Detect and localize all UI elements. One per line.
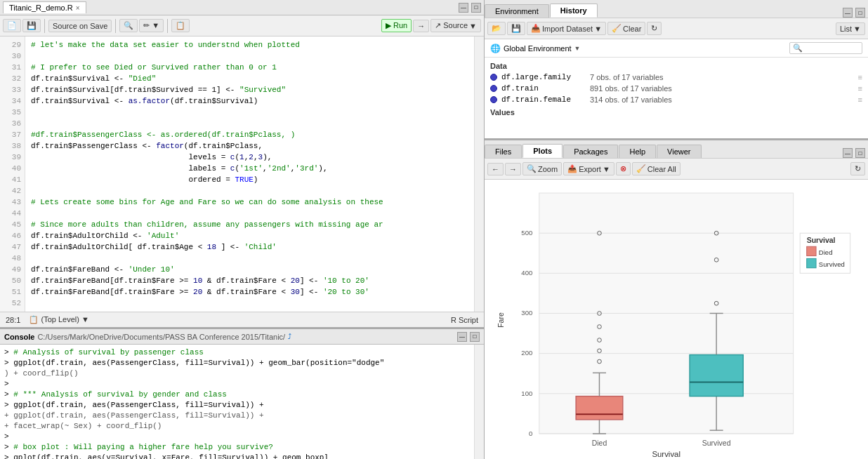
export-icon: 📤 [567, 164, 577, 173]
run-btn[interactable]: ▶ Run [381, 19, 412, 32]
env-tab-bar: Environment History — □ [485, 0, 868, 18]
source-dropdown[interactable]: ▼ [469, 22, 477, 30]
compile-btn[interactable]: 📋 [171, 19, 190, 32]
env-toolbar: 📂 💾 📥 Import Dataset ▼ 🧹 Clear ↻ List ▼ [485, 18, 868, 39]
next-btn[interactable]: → [413, 20, 429, 32]
env-minimize-btn[interactable]: — [843, 8, 853, 18]
editor-win-btns: — □ [459, 3, 481, 13]
env-info-btn-1[interactable]: ≡ [858, 84, 862, 93]
viewer-tab[interactable]: Viewer [657, 145, 701, 158]
ln-47: 47 [0, 241, 25, 253]
env-desc-2: 314 obs. of 17 variables [590, 95, 672, 104]
source-btn[interactable]: ↗ Source ▼ [430, 19, 481, 32]
ln-43: 43 [0, 197, 25, 208]
svg-text:0: 0 [529, 430, 532, 437]
svg-text:400: 400 [521, 269, 532, 277]
svg-text:Survived: Survived [819, 260, 845, 268]
save-btn[interactable]: 💾 [22, 19, 41, 32]
ln-45: 45 [0, 219, 25, 230]
editor-tab[interactable]: Titanic_R_demo.R × [3, 1, 86, 13]
search-icon: 🔍 [793, 44, 803, 53]
values-section-header: Values [485, 105, 868, 119]
console-maximize-btn[interactable]: □ [470, 332, 480, 342]
console-minimize-btn[interactable]: — [457, 332, 467, 342]
export-btn[interactable]: 📤 Export ▼ [563, 162, 614, 175]
line-numbers: 29 30 31 32 33 34 35 36 37 38 39 40 41 4… [0, 36, 25, 312]
refresh-btn[interactable]: ↻ [647, 22, 662, 35]
sep2 [115, 19, 116, 33]
global-env-dropdown[interactable]: Global Environment ▼ [504, 44, 581, 53]
viewer-maximize-btn[interactable]: □ [855, 148, 865, 158]
broom2-icon: 🧹 [636, 164, 646, 173]
cursor-position: 28:1 [6, 316, 20, 324]
broom-icon: 🧹 [612, 24, 622, 33]
maximize-btn[interactable]: □ [471, 3, 481, 13]
delete-plot-btn[interactable]: ⊗ [616, 162, 631, 175]
svg-rect-29 [690, 355, 743, 397]
data-section-header: Data [485, 60, 868, 72]
env-search-input[interactable] [803, 44, 859, 53]
code-tools-btn[interactable]: ✏ ▼ [139, 19, 164, 32]
source-on-save-label: Source on Save [53, 22, 107, 30]
ln-44: 44 [0, 208, 25, 219]
svg-text:500: 500 [521, 229, 532, 237]
ln-49: 49 [0, 264, 25, 275]
console-content[interactable]: > # Analysis of survival by passenger cl… [0, 345, 474, 459]
editor-tab-close[interactable]: × [76, 4, 80, 12]
ln-30: 30 [0, 51, 25, 62]
run-label: ▶ Run [386, 21, 407, 30]
viewer-minimize-btn[interactable]: — [843, 148, 853, 158]
plot-back-btn[interactable]: ← [487, 163, 504, 175]
ln-40: 40 [0, 163, 25, 174]
console-line: > qplot(df.train, aes(y=Survival, x=Fare… [4, 453, 470, 459]
packages-tab[interactable]: Packages [563, 145, 618, 158]
plot-forward-btn[interactable]: → [505, 163, 521, 175]
env-desc-0: 7 obs. of 17 variables [590, 73, 664, 81]
code-editor[interactable]: # let's make the data set easier to unde… [25, 36, 474, 312]
clear-btn[interactable]: 🧹 Clear [607, 22, 645, 35]
import-dataset-label: 📥 [531, 24, 541, 33]
viewer-toolbar: ← → 🔍 Zoom 📤 Export ▼ ⊗ 🧹 Clear All [485, 159, 868, 180]
env-item-df-train[interactable]: df.train 891 obs. of 17 variables ≡ [485, 83, 868, 94]
import-dataset-btn[interactable]: 📥 Import Dataset ▼ [527, 22, 606, 35]
zoom-btn[interactable]: 🔍 Zoom [522, 162, 562, 175]
console-line: > [4, 432, 470, 442]
sep3 [167, 19, 168, 33]
env-info-btn-0[interactable]: ≡ [858, 73, 862, 81]
console-title: Console [4, 333, 34, 341]
history-tab[interactable]: History [550, 4, 598, 18]
find-btn[interactable]: 🔍 [119, 19, 138, 32]
files-tab[interactable]: Files [485, 145, 522, 158]
console-line: ) + coord_flip() [4, 368, 470, 379]
env-desc-1: 891 obs. of 17 variables [590, 84, 672, 93]
env-item-df-large-family[interactable]: df.large.family 7 obs. of 17 variables ≡ [485, 72, 868, 83]
env-item-df-train-female[interactable]: df.train.female 314 obs. of 17 variables… [485, 94, 868, 105]
ln-50: 50 [0, 275, 25, 286]
source-on-save-btn[interactable]: Source on Save [48, 20, 112, 32]
ln-33: 33 [0, 84, 25, 95]
save-history-btn[interactable]: 💾 [507, 22, 525, 35]
minimize-btn[interactable]: — [459, 3, 468, 13]
clear-all-btn[interactable]: 🧹 Clear All [632, 162, 680, 175]
env-info-btn-2[interactable]: ≡ [858, 95, 862, 104]
plot-refresh-btn[interactable]: ↻ [850, 162, 865, 175]
list-btn[interactable]: List ▼ [836, 22, 865, 35]
svg-text:Fare: Fare [497, 312, 505, 328]
editor-titlebar: Titanic_R_demo.R × — □ [0, 0, 484, 15]
console-scrollbar[interactable] [474, 345, 484, 459]
ln-31: 31 [0, 62, 25, 73]
env-maximize-btn[interactable]: □ [855, 8, 865, 18]
sep1 [44, 19, 45, 33]
console-line: > # Analysis of survival by passenger cl… [4, 347, 470, 358]
open-file-btn[interactable]: 📂 [487, 22, 506, 35]
help-tab[interactable]: Help [619, 145, 656, 158]
new-file-btn[interactable]: 📄 [3, 19, 21, 32]
environment-tab[interactable]: Environment [485, 4, 549, 18]
console-line: > # *** Analysis of survival by gender a… [4, 390, 470, 400]
ln-38: 38 [0, 140, 25, 152]
console-win-btns: — □ [457, 332, 480, 342]
plots-tab[interactable]: Plots [522, 144, 563, 158]
editor-scrollbar[interactable] [474, 36, 484, 312]
env-name-1: df.train [501, 84, 586, 93]
console-path: C:/Users/Mark/OneDrive/Documents/PASS BA… [37, 333, 285, 341]
